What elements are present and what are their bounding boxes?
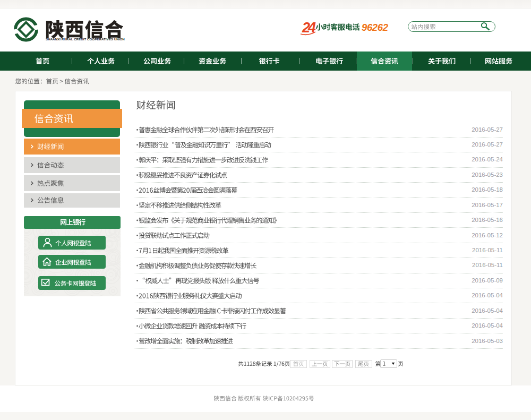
svg-text:96262: 96262 [362, 22, 389, 33]
svg-text:24: 24 [302, 20, 316, 36]
